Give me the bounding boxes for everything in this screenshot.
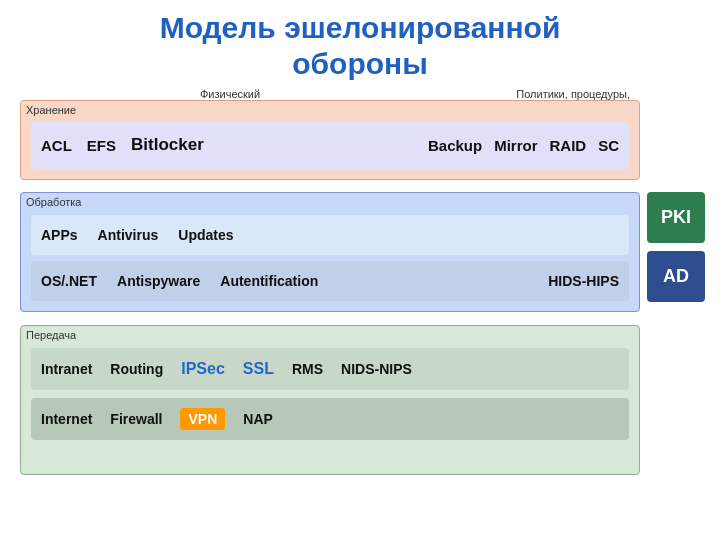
apps-row: APPs Antivirus Updates (31, 215, 629, 255)
storage-label: Хранение (26, 104, 76, 116)
pki-badge: PKI (647, 192, 705, 243)
ad-badge: AD (647, 251, 705, 302)
right-panel: PKI AD (647, 192, 705, 302)
page-container: Модель эшелонированной обороны Политики,… (0, 0, 720, 540)
updates-item: Updates (178, 227, 233, 243)
antivirus-item: Antivirus (98, 227, 159, 243)
vpn-badge: VPN (180, 408, 225, 430)
autentification-item: Autentification (220, 273, 318, 289)
rms-item: RMS (292, 361, 323, 377)
os-row: OS/.NET Antispyware Autentification HIDS… (31, 261, 629, 301)
internet-item: Internet (41, 411, 92, 427)
intranet-item: Intranet (41, 361, 92, 377)
hids-item: HIDS-HIPS (548, 273, 619, 289)
transfer-label: Передача (26, 329, 76, 341)
intranet-row: Intranet Routing IPSec SSL RMS NIDS-NIPS (31, 348, 629, 390)
acl-item: ACL (41, 137, 72, 154)
os-item: OS/.NET (41, 273, 97, 289)
antispyware-item: Antispyware (117, 273, 200, 289)
sc-item: SC (598, 137, 619, 154)
page-title: Модель эшелонированной обороны (0, 0, 720, 87)
firewall-item: Firewall (110, 411, 162, 427)
processing-label: Обработка (26, 196, 81, 208)
routing-item: Routing (110, 361, 163, 377)
mirror-item: Mirror (494, 137, 537, 154)
backup-item: Backup (428, 137, 482, 154)
title-line2: обороны (292, 47, 428, 80)
internet-row: Internet Firewall VPN NAP (31, 398, 629, 440)
storage-row: ACL EFS Bitlocker Backup Mirror RAID SC (31, 121, 629, 169)
apps-item: APPs (41, 227, 78, 243)
backup-group: Backup Mirror RAID SC (428, 137, 619, 154)
bitlocker-item: Bitlocker (131, 135, 204, 155)
nids-item: NIDS-NIPS (341, 361, 412, 377)
title-line1: Модель эшелонированной (160, 11, 561, 44)
storage-section: Хранение ACL EFS Bitlocker Backup Mirror… (20, 100, 640, 180)
efs-item: EFS (87, 137, 116, 154)
transfer-section: Передача Intranet Routing IPSec SSL RMS … (20, 325, 640, 475)
processing-section: Обработка APPs Antivirus Updates OS/.NET… (20, 192, 640, 312)
nap-item: NAP (243, 411, 273, 427)
raid-item: RAID (549, 137, 586, 154)
ipsec-item: IPSec (181, 360, 225, 378)
ssl-item: SSL (243, 360, 274, 378)
